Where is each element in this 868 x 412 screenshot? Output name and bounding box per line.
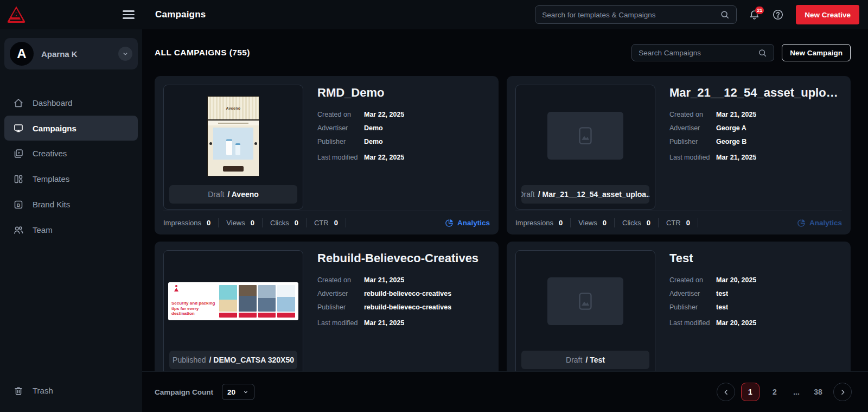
campaign-card: Aveeno Draft / Aveeno RMD_Demo [155,76,499,234]
search-icon [758,48,767,58]
clicks-value: 0 [647,219,650,227]
sidebar-item-label: Dashboard [33,98,72,107]
chevron-left-icon [722,388,730,396]
new-creative-button[interactable]: New Creative [796,5,859,24]
campaign-thumbnail[interactable]: Security and packing tips for every dest… [163,250,303,371]
last-modified-value: Mar 21, 2025 [364,319,404,327]
sidebar-item-team[interactable]: Team [0,217,142,243]
last-modified-value: Mar 22, 2025 [364,154,404,161]
campaign-thumbnail[interactable]: Aveeno Draft / Aveeno [163,85,303,210]
pie-chart-icon [797,219,806,227]
sidebar-item-templates[interactable]: Templates [0,166,142,192]
user-menu-chevron [118,47,132,61]
status-label: Draft [208,190,224,199]
ctr-value: 0 [686,219,690,227]
ctr-label: CTR [666,219,681,227]
sidebar-item-creatives[interactable]: Creatives [0,141,142,166]
analytics-link[interactable]: Analytics [797,219,842,227]
creative-name: / Test [585,356,605,364]
global-search[interactable] [535,5,737,24]
created-on-value: Mar 21, 2025 [364,276,404,284]
banner-headline: Security and packing tips for every dest… [171,301,217,316]
help-button[interactable] [772,9,784,21]
created-on-value: Mar 21, 2025 [716,111,756,118]
creative-preview-image: Security and packing tips for every dest… [168,282,298,320]
page-button-38[interactable]: 38 [809,383,827,401]
publisher-value: rebuild-believeco-creatives [364,303,451,311]
status-label: Published [173,356,206,364]
publisher-value: Demo [364,138,383,145]
user-menu[interactable]: A Aparna K [4,38,138,69]
sidebar-item-label: Team [33,225,53,234]
global-search-input[interactable] [542,11,720,19]
creative-name: / DEMO_CATSA 320X50 [209,356,294,364]
campaign-title: Rebuild-Believeco-Creatives [317,251,490,265]
publisher-label: Publisher [669,303,716,311]
advertiser-value: George A [716,124,746,132]
sidebar-item-dashboard[interactable]: Dashboard [0,90,142,116]
analytics-link[interactable]: Analytics [445,219,490,227]
views-label: Views [226,219,245,227]
publisher-value: George B [716,138,746,145]
clicks-value: 0 [295,219,298,227]
next-page-button[interactable] [833,383,852,401]
campaign-count-value: 20 [227,388,235,396]
creative-preview-image: Aveeno [207,96,259,176]
campaigns-search-input[interactable] [639,49,758,57]
stats-row: Impressions0 Views0 Clicks0 CTR0 Analyti… [515,211,842,234]
pie-chart-icon [445,219,454,227]
footer-bar: Campaign Count 20 1 2 ... 38 [142,371,868,412]
impressions-label: Impressions [163,219,201,227]
last-modified-label: Last modified [669,154,716,161]
topbar-left [0,3,142,26]
notifications-button[interactable]: 21 [749,9,760,21]
image-placeholder-icon [574,124,597,147]
prev-page-button[interactable] [717,383,735,401]
advertiser-label: Advertiser [317,290,364,297]
campaigns-search[interactable] [631,44,774,61]
advertiser-value: rebuild-believeco-creatives [364,290,451,297]
created-on-label: Created on [317,276,364,284]
chevron-down-icon[interactable] [122,50,129,58]
top-bar: Campaigns 21 New Creative [0,0,868,29]
stats-row: Impressions0 Views0 Clicks0 CTR0 Analyti… [163,211,490,234]
cards-scroll-area[interactable]: Aveeno Draft / Aveeno RMD_Demo [142,76,868,371]
hamburger-menu-icon[interactable] [123,8,135,21]
trash-icon [13,385,24,396]
campaign-title: RMD_Demo [317,86,490,100]
image-placeholder [547,277,623,325]
impressions-value: 0 [559,219,563,227]
sidebar-item-trash[interactable]: Trash [0,378,142,403]
app-window: Campaigns 21 New Creative A Aparna K [0,0,868,412]
sidebar-item-label: Campaigns [33,124,76,133]
created-on-label: Created on [317,111,364,118]
views-label: Views [578,219,597,227]
templates-icon [13,174,24,185]
created-on-value: Mar 20, 2025 [716,276,756,284]
sidebar-item-brand-kits[interactable]: B Brand Kits [0,192,142,217]
status-badge: Draft / Mar_21__12_54_asset_uploa... [521,185,649,204]
search-icon [720,10,730,20]
page-button-2[interactable]: 2 [765,383,784,401]
brand-logo-icon [5,3,27,26]
all-campaigns-title: ALL CAMPAIGNS (755) [155,48,250,58]
creative-name: / Aveeno [228,190,259,199]
publisher-value: test [716,303,728,311]
team-icon [13,225,24,236]
publisher-label: Publisher [669,138,716,145]
chevron-down-icon [242,389,249,395]
campaign-card: Security and packing tips for every dest… [155,242,499,371]
avatar: A [10,42,34,66]
campaign-count-select[interactable]: 20 [222,384,254,400]
sidebar: A Aparna K Dashboard Campaigns Creatives… [0,29,142,412]
image-placeholder-icon [574,290,597,313]
new-campaign-button[interactable]: New Campaign [782,44,851,61]
campaign-thumbnail[interactable]: Draft / Test [515,250,655,371]
sidebar-item-campaigns[interactable]: Campaigns [4,116,138,141]
sidebar-item-label: Brand Kits [33,200,70,209]
last-modified-label: Last modified [317,319,364,327]
created-on-label: Created on [669,276,716,284]
page-button-1[interactable]: 1 [741,383,760,401]
campaign-thumbnail[interactable]: Draft / Mar_21__12_54_asset_uploa... [515,85,655,210]
publisher-label: Publisher [317,138,364,145]
